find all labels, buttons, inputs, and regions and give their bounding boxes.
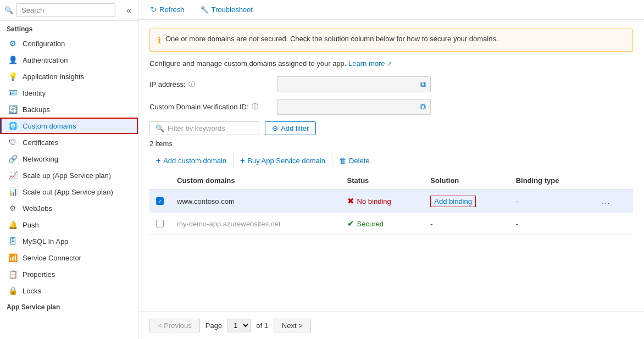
sidebar-item-label: Application Insights: [23, 73, 84, 81]
row1-status-error-icon: ✖: [347, 196, 354, 206]
sidebar-search-area: 🔍 «: [0, 0, 138, 21]
row2-status: ✔ Secured: [341, 213, 424, 235]
content-area: ℹ One or more domains are not secured. C…: [138, 20, 644, 312]
custom-domain-verification-row: Custom Domain Verification ID: ⓘ ⧉: [149, 99, 633, 115]
ip-address-row: IP address: ⓘ ⧉: [149, 76, 633, 92]
row1-solution[interactable]: Add binding: [424, 190, 509, 213]
add-filter-icon: ⊕: [272, 124, 278, 132]
add-custom-domain-button[interactable]: + Add custom domain: [149, 153, 234, 168]
row1-binding-type: -: [509, 190, 592, 213]
ip-address-copy-button[interactable]: ⧉: [416, 77, 430, 91]
row2-checkbox[interactable]: [156, 220, 164, 227]
row2-domain: my-demo-app.azurewebsites.net: [170, 213, 341, 235]
sidebar-item-label: Authentication: [23, 56, 68, 64]
search-input[interactable]: [16, 3, 115, 17]
scale-out-icon: 📊: [8, 187, 17, 196]
sidebar-item-custom-domains[interactable]: 🌐 Custom domains: [0, 118, 138, 134]
description-text: Configure and manage custom domains assi…: [149, 59, 633, 68]
sidebar-item-scale-out[interactable]: 📊 Scale out (App Service plan): [0, 184, 138, 200]
delete-icon: 🗑: [339, 157, 346, 165]
delete-button[interactable]: 🗑 Delete: [332, 154, 376, 168]
push-icon: 🔔: [8, 220, 17, 229]
next-button[interactable]: Next >: [274, 319, 311, 332]
refresh-button[interactable]: ↻ Refresh: [147, 3, 188, 16]
sidebar-item-backups[interactable]: 🔄 Backups: [0, 101, 138, 118]
ip-address-label: IP address: ⓘ: [149, 80, 270, 89]
custom-domain-verification-copy-button[interactable]: ⧉: [416, 100, 430, 114]
page-of-label: of 1: [256, 321, 268, 330]
sidebar-item-scale-up[interactable]: 📈 Scale up (App Service plan): [0, 167, 138, 184]
custom-domains-icon: 🌐: [8, 121, 17, 130]
custom-domain-verification-label: Custom Domain Verification ID: ⓘ: [149, 102, 270, 112]
configuration-icon: ⚙: [8, 39, 17, 48]
action-bar: + Add custom domain + Buy App Service do…: [149, 153, 633, 168]
custom-domain-verification-info-icon[interactable]: ⓘ: [252, 102, 258, 112]
add-binding-link[interactable]: Add binding: [430, 196, 476, 207]
service-connector-icon: 📶: [8, 253, 17, 262]
buy-app-service-domain-button[interactable]: + Buy App Service domain: [234, 153, 332, 168]
learn-more-link[interactable]: Learn more ↗: [348, 59, 392, 68]
row1-domain: www.contoso.com: [170, 190, 341, 213]
mysql-icon: 🗄: [8, 237, 17, 246]
sidebar-item-label: Properties: [23, 270, 55, 279]
webjobs-icon: ⚙: [8, 204, 17, 213]
row1-menu[interactable]: …: [591, 190, 633, 213]
custom-domain-verification-input: [277, 99, 416, 114]
sidebar-item-label: Push: [23, 221, 39, 229]
sidebar-item-push[interactable]: 🔔 Push: [0, 216, 138, 233]
row2-binding-type: -: [509, 213, 592, 235]
identity-icon: 🪪: [8, 88, 17, 97]
add-filter-button[interactable]: ⊕ Add filter: [265, 121, 316, 135]
page-select[interactable]: 1: [227, 319, 251, 332]
toolbar: ↻ Refresh 🔧 Troubleshoot: [138, 0, 644, 20]
sidebar-item-properties[interactable]: 📋 Properties: [0, 266, 138, 282]
sidebar-item-mysql-in-app[interactable]: 🗄 MySQL In App: [0, 233, 138, 249]
sidebar-item-label: Networking: [23, 155, 58, 163]
sidebar-item-label: Backups: [23, 105, 50, 114]
row1-checkbox-cell[interactable]: [149, 190, 170, 213]
sidebar-item-label: Configuration: [23, 40, 65, 48]
locks-icon: 🔒: [8, 286, 17, 295]
backups-icon: 🔄: [8, 105, 17, 114]
previous-button[interactable]: < Previous: [149, 319, 200, 332]
row2-checkbox-cell[interactable]: [149, 213, 170, 235]
sidebar-item-certificates[interactable]: 🛡 Certificates: [0, 134, 138, 151]
table-header-custom-domains: Custom domains: [170, 172, 341, 190]
certificates-icon: 🛡: [8, 138, 17, 147]
row1-status: ✖ No binding: [341, 190, 424, 213]
sidebar-item-configuration[interactable]: ⚙ Configuration: [0, 35, 138, 52]
sidebar-item-networking[interactable]: 🔗 Networking: [0, 151, 138, 167]
properties-icon: 📋: [8, 270, 17, 279]
table-row: www.contoso.com ✖ No binding Add binding…: [149, 190, 633, 213]
add-custom-domain-icon: +: [156, 156, 160, 165]
row1-checkbox[interactable]: [156, 197, 164, 205]
row1-ellipsis-button[interactable]: …: [598, 195, 613, 207]
troubleshoot-icon: 🔧: [200, 5, 209, 14]
ip-address-input: [277, 77, 416, 92]
custom-domain-verification-input-group: ⧉: [277, 99, 431, 115]
troubleshoot-button[interactable]: 🔧 Troubleshoot: [197, 3, 256, 16]
filter-input[interactable]: 🔍 Filter by keywords: [149, 121, 259, 135]
sidebar-item-service-connector[interactable]: 📶 Service Connector: [0, 249, 138, 266]
table-header-checkbox: [149, 172, 170, 190]
sidebar-item-identity[interactable]: 🪪 Identity: [0, 85, 138, 101]
ip-address-input-group: ⧉: [277, 76, 431, 92]
warning-banner: ℹ One or more domains are not secured. C…: [149, 29, 633, 52]
sidebar-item-locks[interactable]: 🔒 Locks: [0, 282, 138, 299]
scale-up-icon: 📈: [8, 171, 17, 180]
sidebar-item-label: Locks: [23, 287, 41, 295]
sidebar-item-authentication[interactable]: 👤 Authentication: [0, 52, 138, 68]
collapse-button[interactable]: «: [124, 4, 134, 16]
table-header-binding-type: Binding type: [509, 172, 592, 190]
row2-solution: -: [424, 213, 509, 235]
sidebar-item-webjobs[interactable]: ⚙ WebJobs: [0, 200, 138, 216]
sidebar-item-application-insights[interactable]: 💡 Application Insights: [0, 68, 138, 85]
application-insights-icon: 💡: [8, 72, 17, 81]
warning-icon: ℹ: [158, 35, 161, 46]
sidebar-item-label: Identity: [23, 89, 46, 97]
ip-address-info-icon[interactable]: ⓘ: [188, 80, 195, 89]
settings-section-label: Settings: [0, 21, 138, 35]
sidebar-item-label: Certificates: [23, 138, 58, 147]
row2-status-ok-icon: ✔: [347, 219, 354, 229]
page-label: Page: [206, 321, 222, 330]
